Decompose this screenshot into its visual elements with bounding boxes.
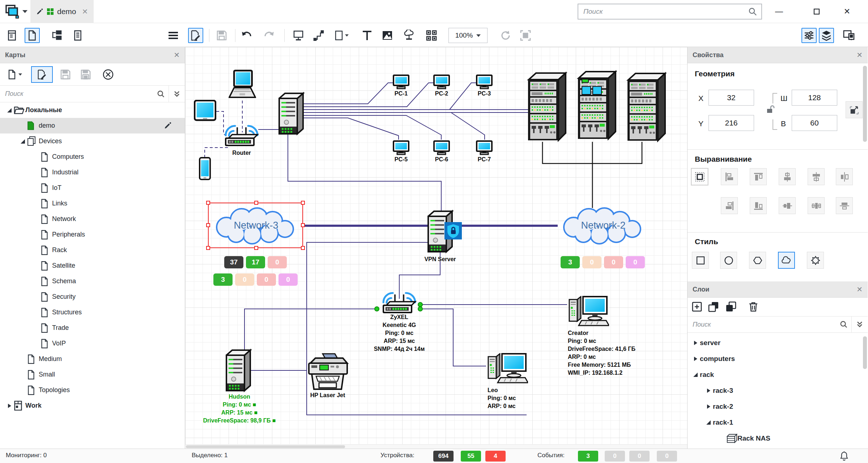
topology-tree-button[interactable]	[49, 28, 64, 43]
expander-icon[interactable]	[5, 404, 14, 408]
qr-grid-button[interactable]	[424, 28, 439, 43]
devices-alert-badge[interactable]: 4	[485, 451, 506, 462]
maps-tree-item-rack[interactable]: Rack	[0, 242, 185, 258]
zoom-select[interactable]: 100%	[448, 28, 488, 43]
maps-tree-item-satellite[interactable]: Satellite	[0, 258, 185, 273]
layers-tree-item-rack[interactable]: rack	[688, 367, 868, 383]
reset-rotation-button[interactable]	[498, 28, 513, 43]
add-device-button[interactable]	[291, 28, 306, 43]
maps-tree-item-локальные[interactable]: Локальные	[0, 102, 185, 118]
devices-ok-badge[interactable]: 55	[461, 451, 481, 462]
laptop-node[interactable]	[229, 69, 256, 100]
selection-handle[interactable]	[206, 201, 210, 205]
phone-node[interactable]	[199, 157, 211, 181]
maps-panel-close-icon[interactable]: ✕	[174, 51, 180, 59]
align-left-button[interactable]	[721, 168, 738, 185]
tablet-node[interactable]	[194, 100, 216, 122]
lock-icon[interactable]	[766, 104, 776, 114]
selection-handle[interactable]	[206, 246, 210, 250]
copy-layer-button[interactable]	[724, 300, 737, 313]
selection-handle[interactable]	[301, 223, 305, 227]
events-badge[interactable]: 0	[629, 451, 650, 462]
align-middle-horizontal-button[interactable]	[836, 168, 853, 185]
layers-tree-item-rack-3[interactable]: rack-3	[688, 383, 868, 399]
snap-bounds-button[interactable]	[691, 168, 708, 185]
window-minimize-button[interactable]: —	[770, 3, 788, 20]
new-map-button[interactable]	[4, 66, 25, 83]
rack-node[interactable]	[626, 71, 667, 143]
maps-tree-item-voip[interactable]: VoIP	[0, 336, 185, 351]
tab-close-icon[interactable]: ✕	[82, 7, 88, 16]
selection-rectangle[interactable]	[208, 203, 303, 248]
save-map-button[interactable]	[57, 66, 74, 83]
events-badge[interactable]: 0	[657, 451, 677, 462]
align-center-vertical-button[interactable]	[779, 168, 796, 185]
pc-node[interactable]	[476, 140, 493, 156]
maps-tree-item-medium[interactable]: Medium	[0, 351, 185, 367]
add-text-button[interactable]	[359, 28, 375, 43]
width-input[interactable]	[792, 90, 837, 106]
printer-node[interactable]	[307, 353, 349, 391]
maps-tree-item-structures[interactable]: Structures	[0, 305, 185, 320]
maps-tree-item-links[interactable]: Links	[0, 196, 185, 211]
layers-tree-item-rack-1[interactable]: rack-1	[688, 415, 868, 430]
selection-handle[interactable]	[301, 201, 305, 205]
devices-view-button[interactable]	[841, 28, 856, 43]
save-button[interactable]	[214, 28, 229, 43]
add-image-button[interactable]	[380, 28, 395, 43]
maps-tree-item-peripherals[interactable]: Peripherals	[0, 227, 185, 242]
pc-node[interactable]	[476, 75, 493, 90]
expander-icon[interactable]	[704, 388, 713, 393]
x-input[interactable]	[709, 90, 754, 106]
tab-demo[interactable]: demo ✕	[30, 0, 94, 23]
expander-icon[interactable]	[691, 341, 700, 345]
layers-tree-item-server[interactable]: server	[688, 335, 868, 351]
resize-button[interactable]	[846, 101, 863, 118]
pc-node[interactable]	[433, 140, 450, 156]
expander-icon[interactable]	[5, 108, 14, 112]
style-hexagon-button[interactable]	[749, 252, 766, 269]
pc-node[interactable]	[393, 140, 409, 156]
leo-computer-node[interactable]	[486, 353, 528, 384]
pc-node[interactable]	[433, 75, 450, 90]
add-cloud-button[interactable]	[401, 28, 417, 43]
hudson-server-node[interactable]	[226, 349, 252, 393]
layers-tree-item-rack-nas[interactable]: Rack NAS	[688, 430, 868, 446]
selection-handle[interactable]	[206, 223, 210, 227]
maps-tree-item-industrial[interactable]: Industrial	[0, 165, 185, 180]
app-logo-icon[interactable]	[5, 4, 20, 19]
canvas-horizontal-scrollbar[interactable]	[185, 444, 687, 449]
edit-map-mode-button[interactable]	[31, 66, 53, 83]
style-square-button[interactable]	[692, 252, 709, 269]
add-link-button[interactable]	[311, 28, 326, 43]
add-layer-button[interactable]	[690, 300, 703, 313]
search-icon[interactable]	[840, 320, 848, 328]
selection-handle[interactable]	[254, 246, 258, 250]
duplicate-layer-button[interactable]	[707, 300, 720, 313]
height-input[interactable]	[792, 115, 837, 131]
expander-icon[interactable]	[18, 139, 27, 144]
hamburger-menu-button[interactable]	[166, 28, 181, 43]
properties-panel-close-icon[interactable]: ✕	[856, 51, 863, 59]
maps-tree-item-demo[interactable]: demo	[0, 118, 185, 133]
maps-tree-item-trade[interactable]: Trade	[0, 320, 185, 336]
maps-tree-item-devices[interactable]: Devices	[0, 133, 185, 149]
fit-screen-button[interactable]	[518, 28, 533, 43]
expander-icon[interactable]	[691, 373, 700, 377]
maps-tree-item-schema[interactable]: Schema	[0, 273, 185, 289]
align-bottom-button[interactable]	[750, 197, 767, 214]
creator-computer-node[interactable]	[567, 296, 609, 327]
diagram-canvas[interactable]: Router PC-1 PC-2 PC-3 PC-5 PC-6 PC-7 Net…	[185, 47, 687, 449]
bell-icon[interactable]	[840, 451, 848, 461]
save-all-maps-button[interactable]	[77, 66, 94, 83]
router-node[interactable]	[223, 118, 260, 147]
layers-tree-item-rack-2[interactable]: rack-2	[688, 399, 868, 415]
y-input[interactable]	[709, 115, 754, 131]
maps-tree-item-security[interactable]: Security	[0, 289, 185, 305]
edit-map-button[interactable]	[188, 28, 203, 43]
layers-scrollbar[interactable]	[863, 336, 867, 369]
delete-layer-button[interactable]	[747, 300, 760, 313]
style-circle-button[interactable]	[720, 252, 737, 269]
redo-button[interactable]	[261, 28, 276, 43]
maps-search-input[interactable]	[0, 90, 157, 98]
